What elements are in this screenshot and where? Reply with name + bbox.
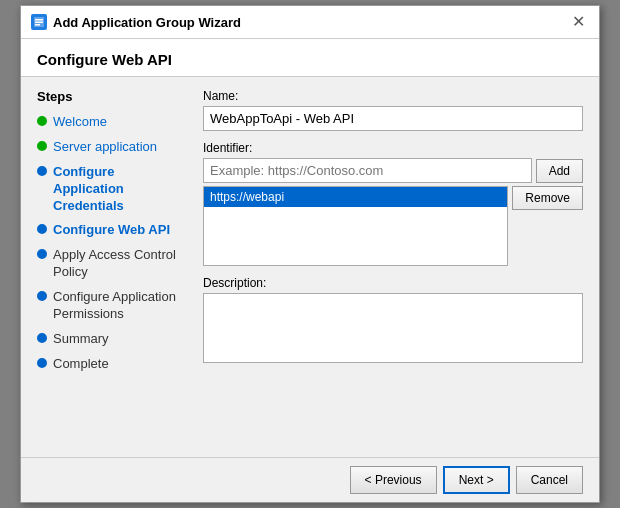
content-area: Steps Welcome Server application Configu… bbox=[21, 77, 599, 457]
steps-panel: Steps Welcome Server application Configu… bbox=[37, 89, 187, 445]
svg-rect-1 bbox=[35, 19, 43, 21]
previous-button[interactable]: < Previous bbox=[350, 466, 437, 494]
name-group: Name: bbox=[203, 89, 583, 131]
title-bar: Add Application Group Wizard ✕ bbox=[21, 6, 599, 39]
identifier-input-row: Add bbox=[203, 158, 583, 183]
step-dot-welcome bbox=[37, 116, 47, 126]
description-label: Description: bbox=[203, 276, 583, 290]
name-label: Name: bbox=[203, 89, 583, 103]
identifier-buttons: Remove bbox=[512, 186, 583, 266]
page-title: Configure Web API bbox=[21, 39, 599, 77]
steps-title: Steps bbox=[37, 89, 187, 104]
cancel-button[interactable]: Cancel bbox=[516, 466, 583, 494]
step-dot-configure-credentials bbox=[37, 166, 47, 176]
identifier-list: https://webapi bbox=[203, 186, 508, 266]
step-dot-summary bbox=[37, 333, 47, 343]
wizard-dialog: Add Application Group Wizard ✕ Configure… bbox=[20, 5, 600, 503]
step-configure-credentials[interactable]: Configure Application Credentials bbox=[37, 162, 187, 217]
step-label-app-permissions: Configure Application Permissions bbox=[53, 289, 187, 323]
identifier-group: Identifier: Add https://webapi Remove bbox=[203, 141, 583, 266]
wizard-icon bbox=[31, 14, 47, 30]
step-label-server-application: Server application bbox=[53, 139, 157, 156]
step-label-configure-credentials: Configure Application Credentials bbox=[53, 164, 187, 215]
add-button[interactable]: Add bbox=[536, 159, 583, 183]
step-app-permissions[interactable]: Configure Application Permissions bbox=[37, 287, 187, 325]
step-label-access-control: Apply Access Control Policy bbox=[53, 247, 187, 281]
step-configure-web-api[interactable]: Configure Web API bbox=[37, 220, 187, 241]
step-server-application[interactable]: Server application bbox=[37, 137, 187, 158]
remove-button[interactable]: Remove bbox=[512, 186, 583, 210]
description-group: Description: bbox=[203, 276, 583, 363]
step-label-configure-web-api: Configure Web API bbox=[53, 222, 170, 239]
svg-rect-2 bbox=[35, 22, 43, 24]
step-complete[interactable]: Complete bbox=[37, 354, 187, 375]
svg-rect-3 bbox=[35, 24, 40, 26]
step-dot-access-control bbox=[37, 249, 47, 259]
identifier-list-container: https://webapi Remove bbox=[203, 186, 583, 266]
title-bar-left: Add Application Group Wizard bbox=[31, 14, 241, 30]
close-button[interactable]: ✕ bbox=[568, 14, 589, 30]
step-label-summary: Summary bbox=[53, 331, 109, 348]
footer: < Previous Next > Cancel bbox=[21, 457, 599, 502]
form-panel: Name: Identifier: Add https://webapi Rem… bbox=[203, 89, 583, 445]
step-dot-complete bbox=[37, 358, 47, 368]
identifier-label: Identifier: bbox=[203, 141, 583, 155]
step-summary[interactable]: Summary bbox=[37, 329, 187, 350]
step-label-complete: Complete bbox=[53, 356, 109, 373]
identifier-input[interactable] bbox=[203, 158, 532, 183]
description-input[interactable] bbox=[203, 293, 583, 363]
step-welcome[interactable]: Welcome bbox=[37, 112, 187, 133]
step-dot-app-permissions bbox=[37, 291, 47, 301]
next-button[interactable]: Next > bbox=[443, 466, 510, 494]
identifier-selected-item[interactable]: https://webapi bbox=[204, 187, 507, 207]
step-dot-configure-web-api bbox=[37, 224, 47, 234]
name-input[interactable] bbox=[203, 106, 583, 131]
step-dot-server-application bbox=[37, 141, 47, 151]
step-access-control[interactable]: Apply Access Control Policy bbox=[37, 245, 187, 283]
step-label-welcome: Welcome bbox=[53, 114, 107, 131]
dialog-title: Add Application Group Wizard bbox=[53, 15, 241, 30]
